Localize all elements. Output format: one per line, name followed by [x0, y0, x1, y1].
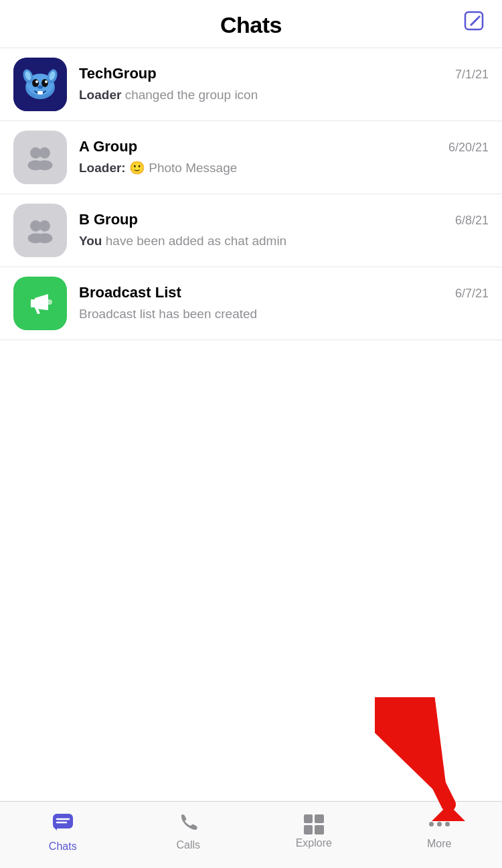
chat-top-row: Broadcast List 6/7/21 [79, 284, 489, 301]
chat-content-techgroup: TechGroup 7/1/21 Loader changed the grou… [79, 65, 489, 104]
tab-explore[interactable]: Explore [251, 814, 377, 849]
svg-rect-25 [53, 814, 73, 828]
more-tab-icon [429, 814, 450, 835]
chat-item-bgroup[interactable]: B Group 6/8/21 You have been added as ch… [0, 194, 502, 267]
svg-point-10 [35, 80, 38, 83]
chat-time: 6/20/21 [448, 141, 489, 155]
preview-rest: changed the group icon [121, 88, 258, 102]
chat-top-row: B Group 6/8/21 [79, 211, 489, 228]
chat-preview: Loader: 🙂 Photo Message [79, 159, 489, 177]
tab-more-label: More [427, 838, 451, 850]
dot-3 [445, 822, 450, 826]
chat-preview: Broadcast list has been created [79, 305, 489, 323]
chat-name: A Group [79, 138, 137, 155]
tab-calls-label: Calls [176, 839, 200, 851]
preview-bold: Loader: [79, 161, 126, 175]
chats-tab-icon [52, 810, 74, 838]
avatar-techgroup [13, 58, 67, 111]
chat-content-bgroup: B Group 6/8/21 You have been added as ch… [79, 211, 489, 250]
chat-time: 6/8/21 [455, 214, 489, 228]
chat-time: 6/7/21 [455, 287, 489, 301]
chat-top-row: TechGroup 7/1/21 [79, 65, 489, 82]
preview-rest: 🙂 Photo Message [126, 161, 238, 175]
svg-rect-13 [37, 91, 43, 94]
tab-chats-label: Chats [49, 841, 77, 853]
dot-2 [437, 822, 442, 826]
svg-point-8 [32, 79, 39, 87]
chat-list: TechGroup 7/1/21 Loader changed the grou… [0, 48, 502, 340]
explore-cell-4 [315, 825, 324, 835]
chat-item-techgroup[interactable]: TechGroup 7/1/21 Loader changed the grou… [0, 48, 502, 121]
explore-cell-3 [304, 825, 313, 835]
bottom-spacer [0, 622, 502, 689]
app-header: Chats [0, 0, 502, 48]
tab-explore-label: Explore [296, 837, 332, 849]
chat-name: Broadcast List [79, 284, 181, 301]
avatar-agroup [13, 131, 67, 184]
chat-preview: Loader changed the group icon [79, 86, 489, 104]
page-title: Chats [220, 12, 282, 38]
chat-top-row: A Group 6/20/21 [79, 138, 489, 155]
explore-cell-1 [304, 814, 313, 824]
chat-content-broadcast: Broadcast List 6/7/21 Broadcast list has… [79, 284, 489, 323]
svg-point-22 [47, 299, 52, 305]
chat-content-agroup: A Group 6/20/21 Loader: 🙂 Photo Message [79, 138, 489, 177]
svg-point-9 [41, 79, 48, 87]
tab-chats[interactable]: Chats [0, 810, 126, 853]
tab-calls[interactable]: Calls [126, 812, 252, 851]
chat-name: B Group [79, 211, 138, 228]
chat-preview: You have been added as chat admin [79, 232, 489, 250]
svg-point-17 [37, 160, 52, 170]
dot-1 [429, 822, 434, 826]
svg-point-12 [37, 86, 43, 89]
avatar-bgroup [13, 204, 67, 257]
tab-more[interactable]: More [377, 814, 503, 850]
avatar-broadcast [13, 277, 67, 330]
svg-point-15 [39, 147, 50, 159]
compose-button[interactable] [463, 10, 486, 38]
calls-tab-icon [178, 812, 198, 837]
chat-item-broadcast[interactable]: Broadcast List 6/7/21 Broadcast list has… [0, 267, 502, 340]
preview-bold: You [79, 234, 102, 248]
explore-cell-2 [315, 814, 324, 824]
svg-point-19 [39, 220, 50, 232]
tab-bar: Chats Calls Explore [0, 801, 502, 868]
chat-time: 7/1/21 [455, 68, 489, 82]
svg-point-21 [37, 233, 52, 243]
chat-name: TechGroup [79, 65, 157, 82]
svg-point-11 [45, 80, 48, 83]
preview-rest: Broadcast list has been created [79, 307, 257, 321]
explore-tab-icon [304, 814, 324, 835]
chat-item-agroup[interactable]: A Group 6/20/21 Loader: 🙂 Photo Message [0, 121, 502, 194]
preview-rest: have been added as chat admin [102, 234, 286, 248]
empty-space [0, 340, 502, 622]
preview-bold: Loader [79, 88, 121, 102]
